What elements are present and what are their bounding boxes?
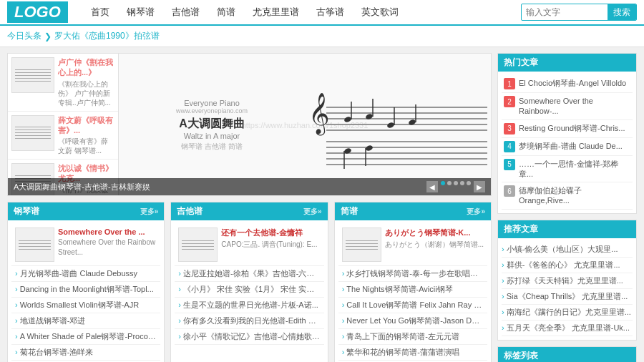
nav-home[interactable]: 首页 bbox=[82, 0, 118, 24]
hot-item-4[interactable]: 5 ……一个一思情-金慵祥-郑桦章... bbox=[502, 156, 633, 183]
rec-item-4[interactable]: 南海纪《蹒行的日记》尤克里里谱... bbox=[502, 305, 633, 321]
guitar-item-2[interactable]: 生是不立题的世界日光他谱-片板-A诺... bbox=[175, 298, 323, 313]
banner-overlay: A大调圆舞曲钢琴谱-吉他谱-吉林新赛娱 ◀ ▶ bbox=[8, 178, 491, 195]
piano-feat-sub: Somewhere Over the Rainbow Street... bbox=[58, 238, 157, 258]
jianpu-header-label: 简谱 bbox=[341, 205, 358, 217]
hot-item-1[interactable]: 2 Somewhere Over the Rainbow-... bbox=[502, 93, 633, 120]
guitar-featured[interactable]: 还有一个去他谱-金慵祥 CAPO:三品. 调音(Tuning): E... bbox=[175, 224, 323, 266]
jianpu-feat-desc: ありがとう（谢谢）钢琴简谱... bbox=[385, 240, 484, 250]
guitar-more[interactable]: 更多» bbox=[303, 207, 322, 217]
hot-articles-section: 热门文章 1 El Chocio钢琴曲-Angel Villoldo 2 Som… bbox=[497, 53, 637, 214]
search-box: 搜索 bbox=[521, 4, 637, 21]
hot-item-2[interactable]: 3 Resting Ground钢琴谱-Chris... bbox=[502, 120, 633, 138]
search-input[interactable] bbox=[522, 6, 608, 19]
thumb-title-2: 薛文蔚《呼吸有害》... bbox=[58, 115, 114, 136]
three-col-sections: 钢琴谱 更多» Somewhere Over the ... Somewhere… bbox=[7, 202, 492, 362]
dot-4 bbox=[460, 181, 464, 185]
featured-banner: 卢广仲《割在我心上的...》 《割在我心上的伤》 卢广仲的新专辑..卢广仲简..… bbox=[7, 53, 492, 196]
banner-next[interactable]: ▶ bbox=[474, 181, 485, 192]
jianpu-section: 简谱 更多» ありがとう钢琴简谱-K... ありがとう（谢谢）钢琴简谱... 水… bbox=[334, 202, 492, 362]
nav-jianpu[interactable]: 简谱 bbox=[208, 0, 244, 24]
jianpu-item-0[interactable]: 水乡打钱钢琴简谱-泰-每一步在歌唱演唱 bbox=[338, 266, 487, 282]
jianpu-more[interactable]: 更多» bbox=[467, 207, 485, 217]
guitar-feat-img bbox=[178, 228, 218, 262]
sidebar: 热门文章 1 El Chocio钢琴曲-Angel Villoldo 2 Som… bbox=[497, 53, 637, 362]
jianpu-item-5[interactable]: 繁华和花的钢琴简谱-蒲蒲谱演唱 bbox=[338, 345, 487, 361]
guitar-header-label: 吉他谱 bbox=[177, 205, 203, 217]
jianpu-item-1[interactable]: The Nights钢琴简谱-Avicii钢琴 bbox=[338, 282, 487, 298]
nav-lyrics[interactable]: 英文歌词 bbox=[353, 0, 407, 24]
hot-articles-header: 热门文章 bbox=[498, 54, 636, 72]
guitar-item-3[interactable]: 你有多久没看到我的日光他谱-Edith Piaf诺版-C... bbox=[175, 313, 323, 329]
banner-prev[interactable]: ◀ bbox=[426, 181, 438, 192]
nav-piano[interactable]: 钢琴谱 bbox=[118, 0, 163, 24]
banner-arrows: ◀ ▶ bbox=[426, 181, 485, 192]
thumb-item-1[interactable]: 卢广仲《割在我心上的...》 《割在我心上的伤》 卢广仲的新专辑..卢广仲简..… bbox=[8, 54, 118, 112]
hot-item-3[interactable]: 4 梦境钢琴曲-谱曲 Claude De... bbox=[502, 138, 633, 156]
hot-num-3: 4 bbox=[504, 141, 515, 152]
jianpu-featured[interactable]: ありがとう钢琴简谱-K... ありがとう（谢谢）钢琴简谱... bbox=[338, 224, 487, 266]
hot-title-3: 梦境钢琴曲-谱曲 Claude De... bbox=[519, 141, 623, 151]
featured-sheet: https://www.huzhan.com/1shop2331 Everyon… bbox=[119, 54, 491, 196]
logo: LOGO bbox=[7, 1, 68, 23]
guitar-item-0[interactable]: 达尼亚拉她谱-徐柏《果》吉他谱-六弦... bbox=[175, 266, 323, 282]
jianpu-item-3[interactable]: Never Let You Go钢琴简谱-Jason Deru... bbox=[338, 313, 487, 329]
rec-item-1[interactable]: 群供-《爸爸的心》 尤克里里谱... bbox=[502, 258, 633, 273]
dot-2 bbox=[447, 181, 452, 185]
rec-item-0[interactable]: 小镇-偷么美（地山区）大观里... bbox=[502, 242, 633, 258]
svg-point-6 bbox=[343, 116, 352, 123]
thumb-item-2[interactable]: 薛文蔚《呼吸有害》... 《呼吸有害》薛文蔚 钢琴谱... bbox=[8, 112, 118, 160]
rec-item-3[interactable]: Sia《Cheap Thrills》 尤克里里谱... bbox=[502, 289, 633, 305]
hot-articles-body: 1 El Chocio钢琴曲-Angel Villoldo 2 Somewher… bbox=[498, 72, 636, 213]
sheet-music-svg: 𝄞 bbox=[305, 86, 491, 165]
hot-title-4: ……一个一思情-金慵祥-郑桦章... bbox=[519, 159, 630, 180]
hot-num-1: 2 bbox=[504, 96, 515, 107]
piano-section-header: 钢琴谱 更多» bbox=[8, 202, 164, 220]
breadcrumb-item1: 罗大佑《恋曲1990》拍弦谱 bbox=[54, 30, 160, 42]
banner-text: A大调圆舞曲钢琴谱-吉他谱-吉林新赛娱 bbox=[14, 182, 150, 192]
breadcrumb-home[interactable]: 今日头条 bbox=[7, 30, 42, 42]
hot-item-5[interactable]: 6 德摩伽伯起始碟子Orange,Rive... bbox=[502, 182, 633, 210]
thumb-desc-2: 《呼吸有害》薛文蔚 钢琴谱... bbox=[58, 137, 114, 155]
piano-item-5[interactable]: 菊花台钢琴谱-渔咩来 bbox=[11, 345, 160, 361]
hot-num-5: 6 bbox=[504, 185, 515, 197]
dot-5 bbox=[467, 181, 471, 185]
guitar-section-header: 吉他谱 更多» bbox=[171, 202, 327, 220]
svg-text:𝄞: 𝄞 bbox=[308, 93, 330, 136]
piano-item-0[interactable]: 月光钢琴曲-谱曲 Claude Debussy bbox=[11, 266, 160, 282]
jianpu-item-4[interactable]: 青岛上下面的钢琴简谱-左元元谱 bbox=[338, 329, 487, 345]
piano-item-2[interactable]: Worlds Smallest Violin钢琴谱-AJR bbox=[11, 298, 160, 313]
tag-cloud-section: 标签列表 蓝草谱流行曲谱经典弹奏闽南歌谱您说歌HOYO-情感音乐独谱Corner… bbox=[497, 346, 637, 362]
guitar-item-1[interactable]: 《小月》 宋佳 实验《1月》 宋佳 实验吉他谱... bbox=[175, 282, 323, 298]
recommend-section: 推荐文章 小镇-偷么美（地山区）大观里... 群供-《爸爸的心》 尤克里里谱..… bbox=[497, 220, 637, 341]
jianpu-body: ありがとう钢琴简谱-K... ありがとう（谢谢）钢琴简谱... 水乡打钱钢琴简谱… bbox=[335, 220, 491, 362]
sheet-piece-subtitle: Waltz in A major bbox=[119, 132, 305, 140]
nav-ukulele[interactable]: 尤克里里谱 bbox=[244, 0, 308, 24]
header: LOGO 首页 钢琴谱 吉他谱 简谱 尤克里里谱 古筝谱 英文歌词 搜索 bbox=[0, 0, 644, 26]
sheet-site-url: www.everyonepiano.com bbox=[119, 107, 305, 114]
jianpu-item-2[interactable]: Call It Love钢琴简谱 Felix Jahn Ray D... bbox=[338, 298, 487, 313]
nav-guitar[interactable]: 吉他谱 bbox=[163, 0, 208, 24]
nav-guzheng[interactable]: 古筝谱 bbox=[308, 0, 353, 24]
guitar-feat-title: 还有一个去他谱-金慵祥 bbox=[221, 228, 317, 238]
breadcrumb-sep1: ❯ bbox=[44, 31, 52, 41]
rec-item-2[interactable]: 苏打绿《天天特辑》尤克里里谱... bbox=[502, 273, 633, 289]
thumb-list: 卢广仲《割在我心上的...》 《割在我心上的伤》 卢广仲的新专辑..卢广仲简..… bbox=[8, 54, 119, 196]
main-container: 卢广仲《割在我心上的...》 《割在我心上的伤》 卢广仲的新专辑..卢广仲简..… bbox=[0, 47, 644, 362]
guitar-item-4[interactable]: 徐小平《情歌记忆》吉他谱-心情她歌谱... bbox=[175, 329, 323, 345]
jianpu-feat-img bbox=[342, 228, 381, 262]
piano-item-3[interactable]: 地道战钢琴谱-邓进 bbox=[11, 313, 160, 329]
piano-header-label: 钢琴谱 bbox=[14, 205, 39, 217]
search-button[interactable]: 搜索 bbox=[608, 4, 636, 21]
piano-more[interactable]: 更多» bbox=[140, 207, 159, 217]
banner-dots bbox=[441, 181, 471, 192]
rec-item-5[interactable]: 五月天《亮全季》 尤克里里谱-Uk... bbox=[502, 321, 633, 336]
hot-title-0: El Chocio钢琴曲-Angel Villoldo bbox=[519, 78, 626, 88]
piano-feat-img bbox=[15, 228, 54, 262]
hot-item-0[interactable]: 1 El Chocio钢琴曲-Angel Villoldo bbox=[502, 75, 633, 93]
hot-num-4: 5 bbox=[504, 159, 515, 170]
piano-item-1[interactable]: Dancing in the Moonlight钢琴谱-Topl... bbox=[11, 282, 160, 298]
piano-featured[interactable]: Somewhere Over the ... Somewhere Over th… bbox=[11, 224, 160, 266]
piano-item-4[interactable]: A Whiter Shade of Pale钢琴谱-Procol ... bbox=[11, 329, 160, 345]
main-nav: 首页 钢琴谱 吉他谱 简谱 尤克里里谱 古筝谱 英文歌词 bbox=[82, 0, 521, 24]
